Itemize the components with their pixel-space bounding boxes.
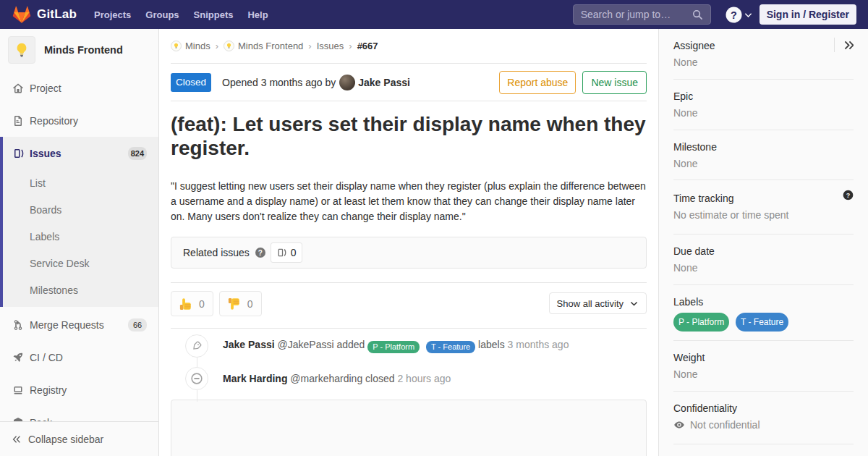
svg-text:?: ? [846, 192, 850, 199]
svg-text:?: ? [731, 9, 737, 20]
